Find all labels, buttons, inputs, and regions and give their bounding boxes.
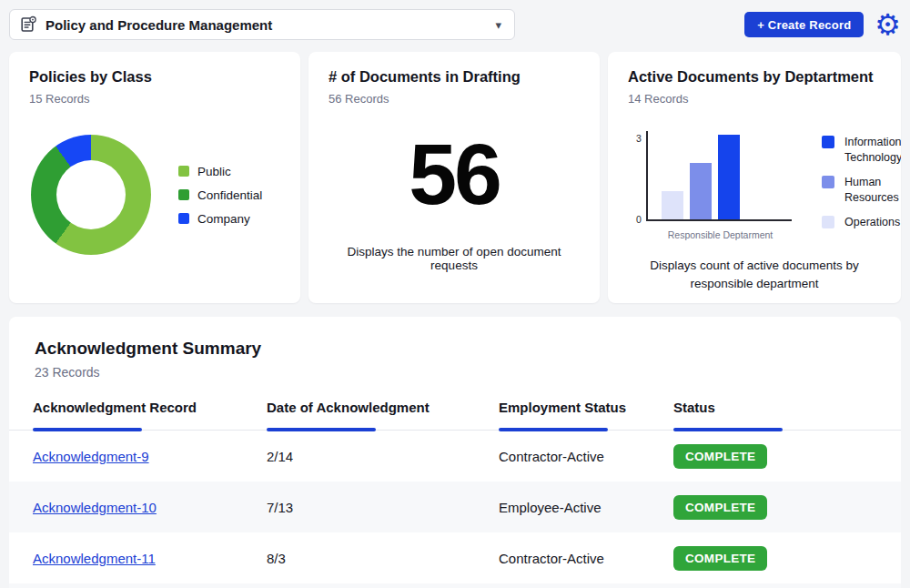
card-title: # of Documents in Drafting [329, 68, 580, 86]
record-link[interactable]: Acknowledgment-10 [33, 500, 157, 515]
cell-status: COMPLETE [673, 444, 901, 469]
legend-item: Public [178, 165, 262, 178]
app-selector-dropdown[interactable]: Policy and Procedure Management ▾ [9, 9, 515, 40]
legend-swatch-it [822, 136, 834, 148]
cell-employment-status: Employee-Active [499, 500, 673, 515]
table-header-row: Acknowledgment Record Date of Acknowledg… [9, 400, 901, 431]
column-header-employment-status: Employment Status [499, 400, 673, 430]
document-info-icon [19, 15, 37, 34]
legend-swatch-operations [822, 216, 834, 228]
card-title: Policies by Class [29, 68, 280, 86]
cell-date: 7/13 [267, 500, 499, 515]
card-caption: Displays count of active documents by re… [628, 257, 881, 292]
topbar: Policy and Procedure Management ▾ + Crea… [0, 0, 910, 40]
card-title: Active Documents by Deptartment [628, 68, 881, 86]
bar-operations [662, 191, 683, 219]
summary-cards-row: Policies by Class 15 Records Public Conf… [9, 52, 901, 303]
legend-label: Human Resources [844, 175, 901, 206]
y-axis-tick-zero: 0 [636, 214, 642, 225]
legend-swatch-confidential [178, 189, 189, 200]
legend-swatch-hr [822, 176, 834, 188]
table-record-count: 23 Records [35, 365, 901, 380]
create-record-button[interactable]: + Create Record [744, 12, 864, 37]
app-selector-value: Policy and Procedure Management [46, 17, 272, 33]
legend-label: Confidential [197, 188, 262, 202]
table-row: Acknowledgment-11 8/3 Contractor-Active … [9, 532, 901, 583]
legend-swatch-company [178, 213, 189, 224]
bar-plot: 3 0 [646, 131, 792, 221]
bar-chart-area: 3 0 Responsible Deptarment Information T… [628, 131, 881, 240]
card-active-documents: Active Documents by Deptartment 14 Recor… [608, 52, 901, 303]
legend-item: Company [178, 212, 262, 226]
table-row-partial [9, 583, 901, 588]
settings-gear-icon[interactable]: ⚙ [875, 12, 901, 37]
legend-item: Confidential [178, 188, 262, 202]
card-documents-in-drafting: # of Documents in Drafting 56 Records 56… [308, 52, 600, 303]
donut-chart [31, 135, 151, 255]
cell-date: 8/3 [267, 551, 499, 566]
legend-item: Information Technology [822, 135, 901, 166]
card-policies-by-class: Policies by Class 15 Records Public Conf… [9, 52, 300, 303]
cell-status: COMPLETE [673, 495, 901, 520]
table-row: Acknowledgment-10 7/13 Employee-Active C… [9, 482, 901, 532]
column-header-acknowledgment-record: Acknowledgment Record [33, 400, 267, 430]
big-number-value: 56 [329, 131, 580, 218]
acknowledgment-summary-card: Acknowledgment Summary 23 Records Acknow… [9, 317, 901, 588]
bar-information-technology [718, 135, 740, 219]
legend-item: Human Resources [822, 175, 901, 206]
legend-label: Company [197, 212, 250, 226]
card-record-count: 56 Records [329, 92, 580, 106]
legend-label: Operations [844, 215, 900, 230]
donut-chart-area: Public Confidential Company [29, 135, 280, 255]
status-badge: COMPLETE [673, 546, 767, 571]
cell-record: Acknowledgment-9 [33, 449, 267, 464]
card-caption: Displays the number of open document req… [329, 245, 580, 272]
cell-record: Acknowledgment-10 [33, 500, 267, 515]
record-link[interactable]: Acknowledgment-11 [33, 551, 156, 566]
bar-human-resources [690, 163, 712, 219]
table-row: Acknowledgment-9 2/14 Contractor-Active … [9, 431, 901, 482]
y-axis-tick-max: 3 [636, 133, 642, 144]
column-header-date: Date of Acknowledgment [267, 400, 499, 430]
legend-label: Information Technology [844, 135, 901, 166]
card-record-count: 14 Records [628, 92, 881, 106]
status-badge: COMPLETE [673, 495, 767, 520]
legend-item: Operations [822, 215, 901, 230]
card-record-count: 15 Records [29, 92, 280, 106]
cell-status: COMPLETE [673, 546, 901, 571]
x-axis-label: Responsible Deptarment [646, 229, 794, 240]
cell-employment-status: Contractor-Active [499, 449, 673, 464]
status-badge: COMPLETE [673, 444, 767, 469]
record-link[interactable]: Acknowledgment-9 [33, 449, 149, 464]
chevron-down-icon: ▾ [495, 18, 501, 32]
table-title: Acknowledgment Summary [35, 339, 901, 359]
bar-legend: Information Technology Human Resources O… [822, 131, 901, 240]
cell-date: 2/14 [267, 449, 499, 464]
bar-plot-wrap: 3 0 Responsible Deptarment [646, 131, 794, 240]
cell-employment-status: Contractor-Active [499, 551, 673, 566]
legend-label: Public [197, 165, 231, 178]
column-header-status: Status [673, 400, 901, 430]
topbar-actions: + Create Record ⚙ [744, 9, 901, 37]
cell-record: Acknowledgment-11 [33, 551, 267, 566]
legend-swatch-public [178, 166, 189, 177]
donut-legend: Public Confidential Company [178, 165, 262, 226]
